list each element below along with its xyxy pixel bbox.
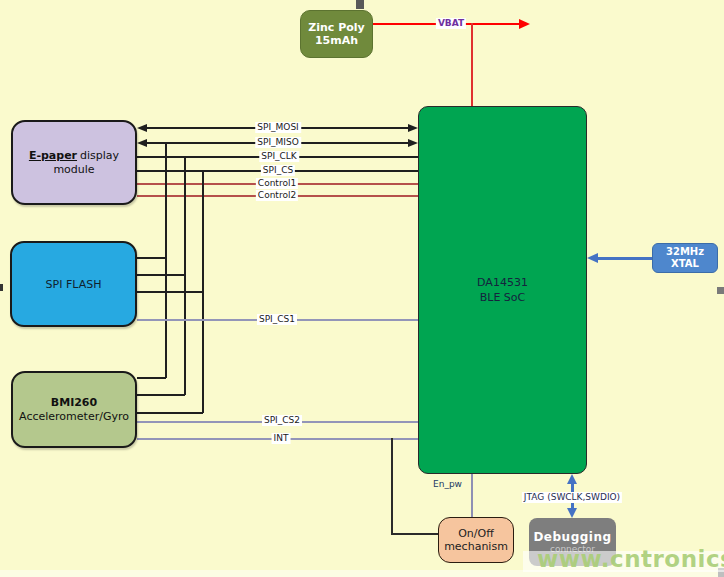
spi-cs1-label: SPI_CS1: [257, 314, 297, 325]
bmi260-label-line2: Accelerometer/Gyro: [19, 410, 129, 424]
spi-flash-node: SPI FLASH: [10, 241, 137, 327]
en-pw-wire: [471, 474, 473, 517]
vbat-wire-vertical: [471, 23, 473, 106]
vbat-label: VBAT: [436, 18, 466, 29]
flash-stub-1: [137, 257, 166, 259]
onoff-mechanism-node: On/Off mechanism: [438, 517, 514, 563]
spi-miso-arrowhead-left: [137, 139, 147, 147]
epaper-title-rest: display: [80, 149, 119, 162]
spi-miso-label: SPI_MISO: [255, 137, 301, 148]
spi-mosi-arrowhead-right: [408, 124, 418, 132]
bmi-stub-2: [137, 394, 185, 396]
control1-label: Control1: [256, 178, 298, 189]
onoff-feed-vertical: [391, 438, 393, 534]
da14531-soc-node: DA14531 BLE SoC: [418, 106, 587, 474]
watermark-text: www.cntronics.com: [537, 546, 724, 572]
xtal-label-line2: XTAL: [671, 258, 699, 270]
jtag-label: JTAG (SWCLK,SWDIO): [522, 492, 622, 503]
spi-miso-arrowhead-right: [408, 139, 418, 147]
soc-label-line2: BLE SoC: [480, 290, 526, 305]
jtag-arrowhead-down: [567, 508, 577, 518]
en-pw-label: En_pw: [433, 479, 462, 489]
xtal-wire: [596, 257, 652, 260]
onoff-label-line2: mechanism: [444, 540, 508, 553]
flash-stub-3: [137, 291, 203, 293]
spi-mosi-label: SPI_MOSI: [255, 122, 301, 133]
battery-node: Zinc Poly 15mAh: [300, 10, 373, 58]
bmi260-node: BMI260 Accelerometer/Gyro: [11, 371, 137, 448]
bmi-stub-1: [137, 377, 166, 379]
epaper-title: E-paperdisplay: [29, 149, 119, 163]
battery-label-line2: 15mAh: [315, 34, 358, 47]
control2-label: Control2: [256, 190, 298, 201]
xtal-arrowhead-left: [587, 253, 598, 263]
epaper-title-line2: module: [53, 163, 94, 177]
int-label: INT: [272, 433, 291, 444]
bmi-stub-3: [137, 412, 203, 414]
diagram-canvas: Zinc Poly 15mAh E-paperdisplay module SP…: [0, 0, 724, 577]
spi-mosi-arrowhead-left: [137, 124, 147, 132]
onoff-label-line1: On/Off: [458, 527, 494, 540]
onoff-feed-horizontal: [391, 533, 438, 535]
spi-cs-label: SPI_CS: [261, 165, 295, 176]
debug-label-line1: Debugging: [533, 530, 611, 544]
bmi260-label-line1: BMI260: [51, 396, 97, 410]
battery-label-line1: Zinc Poly: [308, 21, 365, 34]
spi-cs2-label: SPI_CS2: [262, 415, 302, 426]
flash-stub-2: [137, 274, 185, 276]
bus-vertical-2: [184, 156, 186, 395]
xtal-node: 32MHz XTAL: [652, 243, 718, 273]
jtag-arrowhead-up: [567, 474, 577, 484]
soc-label-line1: DA14531: [477, 275, 528, 290]
right-edge-handle: [717, 287, 724, 294]
spi-flash-label: SPI FLASH: [46, 278, 102, 291]
top-connector-tab: [356, 0, 364, 9]
epaper-title-bold: E-paper: [29, 149, 77, 162]
vbat-arrowhead-right: [519, 19, 530, 29]
bus-vertical-1: [165, 142, 167, 378]
xtal-label-line1: 32MHz: [666, 246, 704, 258]
spi-clk-label: SPI_CLK: [259, 151, 299, 162]
epaper-display-node: E-paperdisplay module: [11, 120, 137, 205]
left-edge-tick: [0, 284, 3, 291]
